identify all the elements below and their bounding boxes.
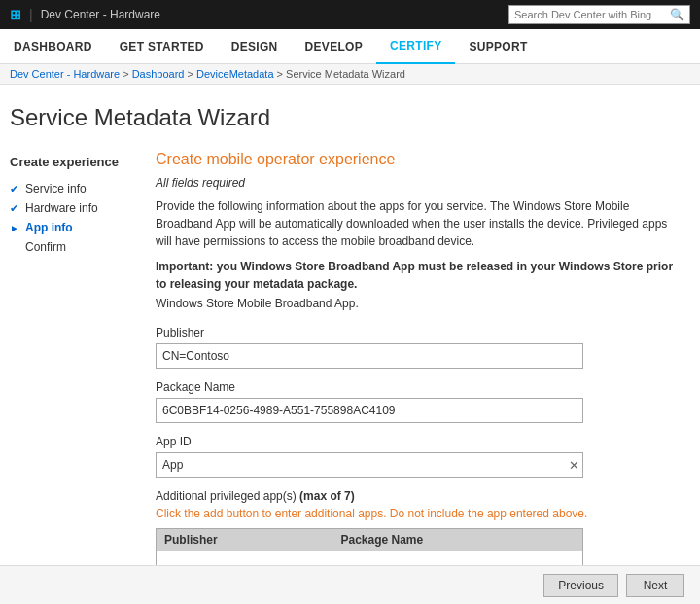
- breadcrumb-sep-2: >: [188, 68, 196, 80]
- previous-button[interactable]: Previous: [543, 574, 618, 597]
- sidebar-label-app-info: App info: [25, 221, 73, 234]
- clear-app-id-button[interactable]: ✕: [569, 459, 579, 472]
- col-publisher: Publisher: [157, 529, 332, 551]
- main-layout: Create experience ✔ Service info ✔ Hardw…: [10, 151, 681, 602]
- content-area: Create mobile operator experience All fi…: [136, 151, 681, 602]
- search-box[interactable]: 🔍: [508, 5, 690, 24]
- topbar: ⊞ | Dev Center - Hardware 🔍: [0, 0, 700, 29]
- publisher-input[interactable]: [156, 343, 583, 369]
- breadcrumb-link-3[interactable]: DeviceMetadata: [196, 68, 274, 80]
- nav-item-design[interactable]: DESIGN: [218, 29, 292, 64]
- sidebar: Create experience ✔ Service info ✔ Hardw…: [10, 151, 136, 602]
- sidebar-label-confirm: Confirm: [25, 240, 66, 254]
- important-text: Important: you Windows Store Broadband A…: [156, 258, 681, 293]
- search-icon[interactable]: 🔍: [670, 8, 684, 21]
- sidebar-label-service-info: Service info: [25, 182, 87, 195]
- page: Service Metadata Wizard Create experienc…: [0, 85, 700, 604]
- search-input[interactable]: [514, 9, 670, 20]
- breadcrumb-sep-1: >: [122, 68, 131, 80]
- app-id-input-wrapper: ✕: [156, 452, 583, 478]
- check-icon-1: ✔: [10, 183, 21, 195]
- publisher-field-group: Publisher: [156, 326, 681, 369]
- breadcrumb: Dev Center - Hardware > Dashboard > Devi…: [0, 64, 700, 85]
- nav-item-develop[interactable]: DEVELOP: [292, 29, 376, 64]
- topbar-divider: |: [29, 7, 33, 22]
- package-name-field-group: Package Name: [156, 380, 681, 423]
- additional-label: Additional privileged app(s) (max of 7): [156, 489, 681, 503]
- topbar-left: ⊞ | Dev Center - Hardware: [10, 7, 160, 22]
- topbar-title: Dev Center - Hardware: [41, 8, 160, 21]
- navbar: DASHBOARD GET STARTED DESIGN DEVELOP CER…: [0, 29, 700, 64]
- breadcrumb-current: Service Metadata Wizard: [286, 68, 405, 80]
- app-id-label: App ID: [156, 435, 681, 448]
- nav-item-support[interactable]: SUPPORT: [455, 29, 541, 64]
- col-package-name: Package Name: [332, 529, 583, 551]
- important-strong: Important: you Windows Store Broadband A…: [156, 260, 673, 291]
- sidebar-item-hardware-info[interactable]: ✔ Hardware info: [10, 198, 136, 218]
- max-label: (max of 7): [299, 489, 355, 503]
- nav-item-get-started[interactable]: GET STARTED: [106, 29, 218, 64]
- next-button[interactable]: Next: [626, 574, 684, 597]
- section-title: Create mobile operator experience: [156, 151, 681, 168]
- sidebar-item-service-info[interactable]: ✔ Service info: [10, 179, 136, 198]
- nav-item-dashboard[interactable]: DASHBOARD: [0, 29, 106, 64]
- windows-logo-icon: ⊞: [10, 7, 21, 22]
- check-icon-2: ✔: [10, 202, 21, 215]
- publisher-label: Publisher: [156, 326, 681, 339]
- breadcrumb-sep-3: >: [277, 68, 286, 80]
- all-fields-label: All fields required: [156, 176, 681, 190]
- store-note: Windows Store Mobile Broadband App.: [156, 297, 681, 310]
- sidebar-label-hardware-info: Hardware info: [25, 201, 98, 215]
- breadcrumb-link-1[interactable]: Dev Center - Hardware: [10, 68, 120, 80]
- click-add-note: Click the add button to enter additional…: [156, 507, 681, 520]
- app-id-field-group: App ID ✕: [156, 435, 681, 478]
- sidebar-item-confirm[interactable]: ✔ Confirm: [10, 237, 136, 257]
- sidebar-item-app-info[interactable]: ► App info: [10, 218, 136, 237]
- package-name-label: Package Name: [156, 380, 681, 394]
- bottom-nav: Previous Next: [0, 565, 700, 604]
- page-title: Service Metadata Wizard: [10, 104, 681, 131]
- package-name-input[interactable]: [156, 398, 583, 423]
- nav-item-certify[interactable]: CERTIFY: [376, 29, 455, 64]
- sidebar-heading: Create experience: [10, 155, 136, 169]
- arrow-icon: ►: [10, 223, 21, 233]
- description-text: Provide the following information about …: [156, 197, 681, 250]
- breadcrumb-link-2[interactable]: Dashboard: [132, 68, 185, 80]
- app-id-input[interactable]: [156, 452, 583, 478]
